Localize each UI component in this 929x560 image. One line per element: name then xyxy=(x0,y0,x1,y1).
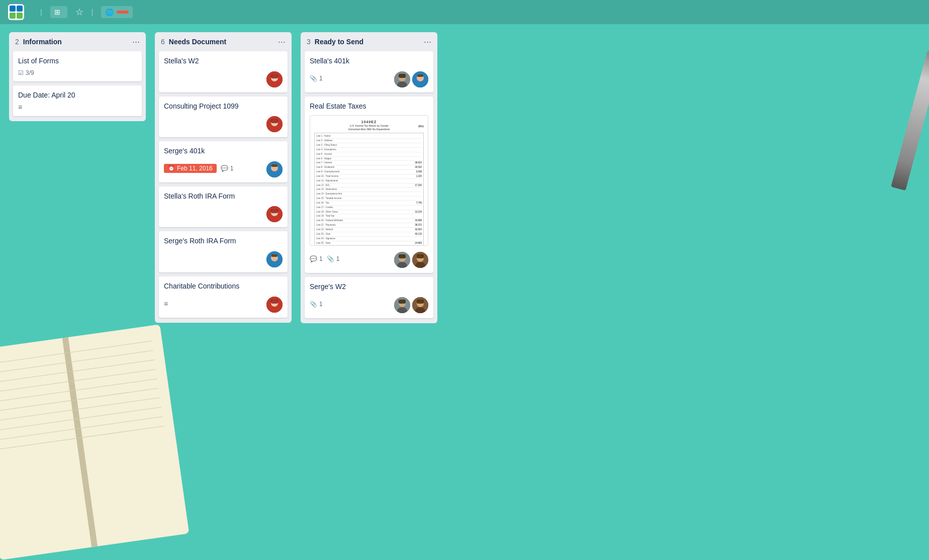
card-stellas-roth-ira[interactable]: Stella's Roth IRA Form xyxy=(159,186,288,228)
svg-rect-19 xyxy=(271,254,277,257)
card-serges-401k[interactable]: Serge's 401k⏰Feb 11, 2016💬1 xyxy=(159,141,288,182)
card-consulting-1099[interactable]: Consulting Project 1099 xyxy=(159,97,288,138)
column-title: Ready to Send xyxy=(315,38,363,46)
badge-description: ≡ xyxy=(164,300,168,308)
visibility-nav[interactable]: 🌐 xyxy=(101,6,133,18)
card-serges-roth-ira[interactable]: Serge's Roth IRA Form xyxy=(159,231,288,272)
star-button[interactable]: ☆ xyxy=(75,7,83,18)
card-title: Stella's W2 xyxy=(164,56,283,66)
card-avatars xyxy=(394,297,428,313)
svg-rect-3 xyxy=(271,74,278,78)
avatar-man-dark xyxy=(394,297,410,313)
svg-rect-7 xyxy=(271,119,278,123)
badge-checklist: ☑3/9 xyxy=(18,69,34,76)
card-title: Serge's Roth IRA Form xyxy=(164,236,283,246)
card-serges-w2[interactable]: Serge's W2📎1 xyxy=(305,277,433,318)
column-needs-document: 6Needs Document···Stella's W2 Consulting… xyxy=(155,32,292,323)
column-header-needs-document: 6Needs Document··· xyxy=(159,37,288,46)
app-header: | ⊞ ☆ | 🌐 xyxy=(0,0,929,24)
avatar-man-dark xyxy=(394,252,410,268)
card-due-date[interactable]: Due Date: April 20≡ xyxy=(13,85,142,117)
card-stellas-401k[interactable]: Stella's 401k📎1 xyxy=(305,51,433,92)
card-title: Real Estate Taxes xyxy=(310,102,428,112)
svg-rect-23 xyxy=(271,300,278,304)
inspiring-boards-nav[interactable]: ⊞ xyxy=(50,6,67,18)
svg-rect-39 xyxy=(417,254,424,258)
card-avatars xyxy=(394,252,428,268)
card-title: Serge's 401k xyxy=(164,146,283,156)
tax-form-attachment: 1040EZ U.S. Income Tax Return by Certain… xyxy=(310,115,428,246)
column-more-button[interactable]: ··· xyxy=(278,37,286,46)
globe-icon: 🌐 xyxy=(105,8,114,16)
badge-due: ⏰Feb 11, 2016 xyxy=(164,164,217,173)
svg-rect-27 xyxy=(399,74,406,78)
card-avatars xyxy=(266,297,283,313)
badge-paperclip: 📎1 xyxy=(310,301,323,308)
avatar-stella xyxy=(266,206,283,222)
svg-rect-11 xyxy=(271,164,277,167)
avatar-serge xyxy=(412,71,428,87)
badge-paperclip: 📎1 xyxy=(327,255,340,262)
card-list-of-forms[interactable]: List of Forms☑3/9 xyxy=(13,51,142,81)
badge-description: ≡ xyxy=(18,103,22,111)
boards-icon: ⊞ xyxy=(54,8,60,16)
svg-rect-35 xyxy=(399,254,406,258)
card-avatars xyxy=(266,206,283,222)
card-avatars xyxy=(266,71,283,87)
card-charitable[interactable]: Charitable Contributions≡ xyxy=(159,276,288,318)
card-title: Charitable Contributions xyxy=(164,282,283,292)
avatar-man-brown xyxy=(412,252,428,268)
column-title: Information xyxy=(23,38,62,46)
badge-paperclip: 📎1 xyxy=(310,75,323,82)
card-title: List of Forms xyxy=(18,56,137,66)
column-count: 6 xyxy=(161,38,165,46)
avatar-stella xyxy=(266,297,283,313)
logo[interactable] xyxy=(8,4,24,20)
column-title: Needs Document xyxy=(169,38,226,46)
card-avatars xyxy=(394,71,428,87)
card-title: Due Date: April 20 xyxy=(18,90,137,101)
card-real-estate[interactable]: Real Estate Taxes 1040EZ U.S. Income Tax… xyxy=(305,97,433,273)
avatar-stella xyxy=(266,116,283,132)
svg-rect-15 xyxy=(271,209,278,213)
board: 2Information···List of Forms☑3/9Due Date… xyxy=(0,24,929,331)
avatar-serge xyxy=(266,161,283,177)
card-avatars xyxy=(266,161,283,177)
column-more-button[interactable]: ··· xyxy=(132,37,140,46)
column-header-ready-to-send: 3Ready to Send··· xyxy=(305,37,433,46)
card-title: Stella's 401k xyxy=(310,56,428,66)
column-more-button[interactable]: ··· xyxy=(424,37,431,46)
card-avatars xyxy=(266,116,283,132)
svg-rect-47 xyxy=(417,300,424,304)
column-ready-to-send: 3Ready to Send···Stella's 401k📎1 Real Es… xyxy=(301,32,437,323)
badge-comment: 💬1 xyxy=(221,165,234,172)
logo-icon xyxy=(8,4,24,20)
avatar-serge xyxy=(266,251,283,267)
svg-rect-43 xyxy=(399,300,406,304)
avatar-man-brown xyxy=(412,297,428,313)
avatar-stella xyxy=(266,71,283,87)
column-header-information: 2Information··· xyxy=(13,37,142,46)
card-avatars xyxy=(266,251,283,267)
card-title: Consulting Project 1099 xyxy=(164,102,283,112)
avatar-man-dark xyxy=(394,71,410,87)
svg-rect-31 xyxy=(417,74,423,77)
column-information: 2Information···List of Forms☑3/9Due Date… xyxy=(9,32,146,121)
card-title: Stella's Roth IRA Form xyxy=(164,192,283,202)
column-count: 3 xyxy=(307,38,311,46)
card-title: Serge's W2 xyxy=(310,282,428,292)
card-stellas-w2[interactable]: Stella's W2 xyxy=(159,51,288,92)
public-badge[interactable] xyxy=(117,11,129,14)
column-count: 2 xyxy=(15,38,19,46)
badge-comment: 💬1 xyxy=(310,255,323,262)
